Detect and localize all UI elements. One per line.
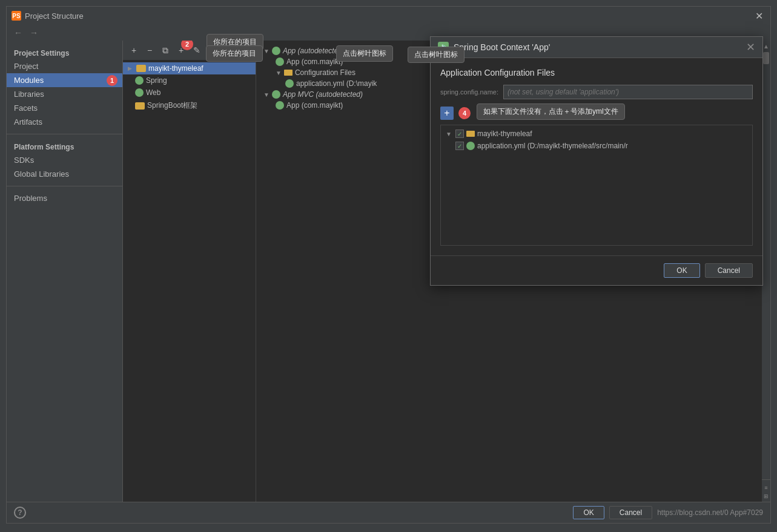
window-close-button[interactable]: ✕	[753, 10, 765, 22]
sidebar-item-global-libraries[interactable]: Global Libraries	[7, 167, 122, 181]
dialog-close-button[interactable]: ✕	[746, 42, 755, 53]
detail-app-com-label: App (com.mayikt)	[286, 57, 343, 66]
app-icon: PS	[12, 11, 21, 21]
sidebar-artifacts-label: Artifacts	[14, 117, 42, 126]
springboot-folder-icon	[135, 102, 145, 110]
tooltip4: 如果下面文件没有，点击＋号添加yml文件	[477, 103, 625, 120]
yml-spring-icon	[285, 79, 294, 88]
platform-settings-label: Platform Settings	[7, 139, 122, 153]
file-tree-root-label: mayikt-thymeleaf	[477, 130, 532, 138]
center-panel: + − ⧉ + 2 ✎ 🔧 ↻ 3 你所在的项目	[123, 41, 256, 502]
sidebar-item-project[interactable]: Project	[7, 59, 122, 73]
tree-item-web[interactable]: Web	[123, 87, 256, 99]
spring-icon	[135, 76, 144, 85]
sidebar-global-libraries-label: Global Libraries	[14, 169, 69, 179]
config-label: spring.config.name:	[440, 88, 498, 96]
dialog-section-title: Application Configuration Files	[440, 68, 753, 77]
dialog-body: Application Configuration Files spring.c…	[431, 58, 762, 255]
config-folder-icon	[284, 70, 293, 76]
detail-config-label: Configuration Files	[295, 68, 355, 77]
scroll-icon2[interactable]: ⊞	[764, 493, 769, 499]
tree-springboot-label: SpringBoot框架	[147, 100, 197, 111]
forward-button[interactable]: →	[27, 27, 41, 39]
web-icon	[135, 88, 144, 97]
add-module-button[interactable]: +	[127, 43, 141, 57]
root-folder-icon	[466, 131, 475, 137]
add-row: + 4 如果下面文件没有，点击＋号添加yml文件	[440, 107, 753, 120]
window-title: Project Structure	[25, 11, 84, 21]
remove-module-button[interactable]: −	[142, 43, 157, 57]
bottom-bar: ? OK Cancel https://blog.csdn.net/0 App#…	[7, 502, 770, 523]
bottom-left: ?	[14, 507, 26, 519]
detail-appmvc-com-label: App (com.mayikt)	[286, 101, 343, 110]
sidebar-facets-label: Facets	[14, 103, 38, 113]
yml-checkbox[interactable]	[455, 142, 464, 150]
config-input[interactable]	[503, 85, 753, 99]
sidebar-item-problems[interactable]: Problems	[7, 191, 122, 205]
dialog-ok-button[interactable]: OK	[664, 263, 699, 278]
sidebar-modules-label: Modules	[14, 76, 44, 85]
module-tree: ▶ mayikt-thymeleaf Spring Web SpringBoot…	[123, 60, 256, 502]
app-spring-icon	[272, 47, 280, 55]
sidebar-item-facets[interactable]: Facets	[7, 101, 122, 115]
root-checkbox[interactable]	[455, 130, 464, 138]
appmvc-expand-icon: ▼	[263, 91, 269, 98]
sidebar-divider	[7, 134, 122, 134]
file-tree-yml-label: application.yml (D:/mayikt-thymeleaf/src…	[477, 142, 628, 150]
copy-module-button[interactable]: ⧉	[158, 43, 173, 57]
modules-badge: 1	[107, 75, 117, 86]
file-tree-area: ▼ mayikt-thymeleaf application.yml (D:/m…	[440, 125, 753, 246]
file-tree-expand[interactable]: ▼	[446, 131, 452, 137]
project-settings-label: Project Settings	[7, 45, 122, 59]
sidebar-divider2	[7, 186, 122, 186]
file-tree-root[interactable]: ▼ mayikt-thymeleaf	[443, 128, 750, 140]
tree-root-label: mayikt-thymeleaf	[148, 64, 203, 73]
appmvc-com-icon	[276, 101, 284, 110]
dialog-title-bar: 🍃 Spring Boot Context 'App' ✕	[431, 37, 762, 58]
file-tree-yml[interactable]: application.yml (D:/mayikt-thymeleaf/src…	[443, 140, 750, 152]
bottom-cancel-button[interactable]: Cancel	[609, 506, 652, 519]
sidebar-libraries-label: Libraries	[14, 90, 44, 99]
dialog-title: Spring Boot Context 'App'	[454, 42, 550, 52]
back-button[interactable]: ←	[12, 27, 25, 39]
sidebar-item-modules[interactable]: Modules 1	[7, 73, 122, 87]
tree-toggle-root[interactable]: ▶	[128, 65, 134, 71]
sidebar-sdks-label: SDKs	[14, 156, 34, 165]
problems-label: Problems	[14, 194, 47, 203]
sidebar-project-label: Project	[14, 62, 38, 71]
tree-item-root[interactable]: ▶ mayikt-thymeleaf	[123, 62, 256, 74]
scroll-icon1[interactable]: ≡	[764, 485, 767, 491]
help-button[interactable]: ?	[14, 507, 26, 519]
tooltip3: 点击树叶图标	[408, 47, 465, 63]
sidebar-item-sdks[interactable]: SDKs	[7, 153, 122, 167]
scroll-divider: ≡	[762, 479, 770, 492]
scroll-thumb[interactable]	[763, 52, 769, 64]
sidebar-item-libraries[interactable]: Libraries	[7, 87, 122, 101]
bottom-text: https://blog.csdn.net/0 App#7029	[657, 508, 763, 517]
bottom-ok-button[interactable]: OK	[573, 506, 604, 519]
config-expand-icon: ▼	[276, 70, 282, 76]
bottom-right: OK Cancel https://blog.csdn.net/0 App#70…	[573, 506, 763, 519]
sidebar-item-artifacts[interactable]: Artifacts	[7, 115, 122, 129]
detail-yml-label: application.yml (D:\mayik	[296, 79, 377, 88]
dialog-cancel-button[interactable]: Cancel	[705, 263, 753, 278]
sidebar: Project Settings Project Modules 1 Libra…	[7, 41, 123, 502]
folder-icon	[136, 65, 146, 72]
title-bar: PS Project Structure ✕	[7, 7, 770, 25]
detail-app-label: App (autodetected)	[283, 47, 345, 55]
app-com-icon	[276, 57, 284, 66]
tree-item-spring[interactable]: Spring	[123, 74, 256, 87]
scroll-up-arrow[interactable]: ▲	[763, 43, 769, 50]
appmvc-icon	[272, 90, 280, 99]
detail-appmvc-label: App MVC (autodetected)	[283, 90, 363, 99]
tree-item-springboot[interactable]: SpringBoot框架	[123, 99, 256, 113]
add-file-button[interactable]: +	[440, 107, 454, 120]
config-row: spring.config.name:	[440, 85, 753, 99]
yml-file-icon	[466, 142, 475, 150]
right-scrollbar[interactable]: ▲ ≡ ⊞	[762, 41, 770, 502]
spring-boot-dialog: 🍃 Spring Boot Context 'App' ✕ Applicatio…	[430, 36, 763, 286]
toolbar-tooltip3: 点击树叶图标	[336, 45, 393, 62]
expand-icon: ▼	[263, 48, 269, 54]
tree-spring-label: Spring	[146, 76, 167, 85]
tree-web-label: Web	[146, 88, 160, 97]
